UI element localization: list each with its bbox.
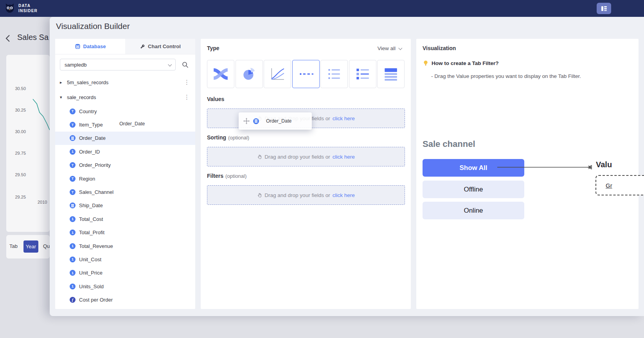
caret-collapsed-icon[interactable]: ▸: [60, 80, 67, 85]
lightbulb-icon: [423, 60, 429, 66]
modal-title: Visualization Builder: [56, 22, 130, 31]
text-type-icon: T: [70, 189, 76, 195]
field-row-order-id[interactable]: 1Order_ID: [55, 145, 195, 158]
database-panel: Database Chart Control sampledb ▸: [55, 39, 195, 309]
field-row-sales-channel[interactable]: TSales_Channel: [55, 185, 195, 199]
type-label: Type: [207, 45, 219, 51]
chevron-down-icon: [398, 46, 402, 50]
field-row-country[interactable]: TCountry: [55, 105, 195, 118]
field-row-order-date[interactable]: Order_Date: [55, 132, 195, 145]
values-section-label: Values: [207, 96, 226, 102]
tree-item-5m-sales-records[interactable]: ▸ 5m_sales_records ⋮: [55, 75, 195, 90]
callout-title: Valu: [596, 160, 612, 169]
chart-type-line[interactable]: [264, 60, 291, 88]
callout-link[interactable]: Gr: [606, 182, 612, 189]
tip-title: How to create a Tab Filter?: [432, 60, 499, 66]
brand-name: DATA INSIDER: [18, 4, 38, 13]
field-label: Order_Priority: [79, 162, 111, 168]
number-type-icon: 1: [70, 230, 76, 235]
click-here-link[interactable]: click here: [333, 116, 355, 121]
number-type-icon: 1: [70, 270, 76, 276]
view-all-button[interactable]: View all: [378, 45, 401, 51]
offline-button[interactable]: Offline: [423, 181, 524, 198]
builder-panel: Type View all Values Drag and drop your …: [201, 39, 411, 309]
date-type-icon: [253, 118, 259, 124]
filters-section-label: Filters(optional): [207, 173, 246, 179]
tree-item-sale-records[interactable]: ▾ sale_records ⋮: [55, 90, 195, 105]
filters-dropzone[interactable]: Drag and drop your fields or click here: [207, 185, 405, 205]
field-label: Country: [79, 108, 97, 114]
search-icon[interactable]: [182, 61, 189, 68]
tab-database[interactable]: Database: [55, 39, 125, 54]
database-select[interactable]: sampledb: [60, 59, 176, 70]
field-row-unit-cost[interactable]: 1Unit_Cost: [55, 253, 195, 266]
field-row-ship-date[interactable]: Ship_Date: [55, 199, 195, 212]
field-row-total-profit[interactable]: 1Total_Profit: [55, 226, 195, 239]
number-type-icon: 1: [70, 243, 76, 249]
field-label: Order_Date: [79, 135, 106, 141]
chart-type-check-list[interactable]: [349, 60, 376, 88]
schema-tree: ▸ 5m_sales_records ⋮ ▾ sale_records ⋮ TC…: [55, 75, 195, 309]
caret-expanded-icon[interactable]: ▾: [60, 95, 67, 100]
field-label: Sales_Channel: [79, 189, 113, 195]
number-type-icon: 1: [70, 149, 76, 155]
field-row-order-priority[interactable]: TOrder_Priority: [55, 159, 195, 172]
chart-type-row: [207, 60, 405, 88]
chart-type-pie[interactable]: [236, 60, 263, 88]
chevron-down-icon: [168, 62, 172, 66]
formula-type-icon: f: [70, 297, 76, 303]
drag-ghost-card: Order_Date: [239, 112, 312, 130]
field-row-units-sold[interactable]: 1Units_Sold: [55, 280, 195, 293]
move-icon: [243, 118, 250, 124]
chart-type-sankey[interactable]: [207, 60, 234, 88]
layout-grid-button[interactable]: [597, 3, 611, 14]
field-row-total-revenue[interactable]: 1Total_Revenue: [55, 239, 195, 253]
view-all-label: View all: [378, 45, 396, 51]
field-label: Unit_Cost: [79, 257, 101, 262]
arrow-connector: [496, 164, 594, 170]
text-type-icon: T: [70, 108, 76, 114]
number-type-icon: 1: [70, 284, 76, 289]
text-type-icon: T: [70, 162, 76, 168]
sorting-section-label: Sorting(optional): [207, 134, 249, 141]
field-label: Total_Profit: [79, 230, 104, 235]
app-logo-owl-icon[interactable]: [4, 3, 16, 14]
chart-type-dash-line[interactable]: [292, 60, 320, 88]
brand-line-2: INSIDER: [18, 9, 38, 14]
layout-grid-icon: [601, 5, 608, 12]
tree-item-label: 5m_sales_records: [67, 80, 183, 85]
dropzone-placeholder: Drag and drop your fields or: [264, 192, 330, 198]
callout-dashed-box[interactable]: Gr: [595, 175, 644, 195]
field-label: Total_Revenue: [79, 243, 113, 249]
field-row-total-cost[interactable]: 1Total_Cost: [55, 212, 195, 226]
sorting-dropzone[interactable]: Drag and drop your fields or click here: [207, 147, 405, 166]
visualization-panel: Visualization How to create a Tab Filter…: [416, 39, 639, 309]
database-icon: [75, 43, 81, 49]
chart-type-table[interactable]: [377, 60, 405, 88]
number-type-icon: 1: [70, 216, 76, 222]
hand-drag-icon: [257, 154, 262, 159]
table-icon: [383, 66, 399, 82]
brand-line-1: DATA: [18, 4, 38, 9]
kebab-menu-icon[interactable]: ⋮: [183, 79, 191, 86]
field-row-unit-price[interactable]: 1Unit_Price: [55, 266, 195, 280]
online-button[interactable]: Online: [423, 202, 524, 219]
tab-chart-control[interactable]: Chart Control: [125, 39, 195, 54]
chart-type-bullet-list[interactable]: [320, 60, 348, 88]
field-row-region[interactable]: TRegion: [55, 172, 195, 185]
top-nav-bar: DATA INSIDER: [0, 0, 644, 17]
type-header: Type View all: [207, 45, 401, 51]
click-here-link[interactable]: click here: [333, 154, 355, 160]
field-row-cost-per-order[interactable]: fCost per Order: [55, 293, 195, 306]
database-select-value: sampledb: [65, 62, 86, 68]
kebab-menu-icon[interactable]: ⋮: [183, 94, 191, 101]
tab-database-label: Database: [83, 43, 106, 49]
pie-icon: [241, 66, 257, 82]
visualization-builder-modal: Visualization Builder Database Chart Con…: [50, 17, 644, 316]
number-type-icon: 1: [70, 257, 76, 262]
database-search-row: sampledb: [60, 58, 191, 71]
bullet-list-icon: [326, 66, 342, 82]
click-here-link[interactable]: click here: [333, 192, 355, 198]
left-panel-tabs: Database Chart Control: [55, 39, 195, 54]
field-row-item-type[interactable]: TItem_Type: [55, 118, 195, 131]
